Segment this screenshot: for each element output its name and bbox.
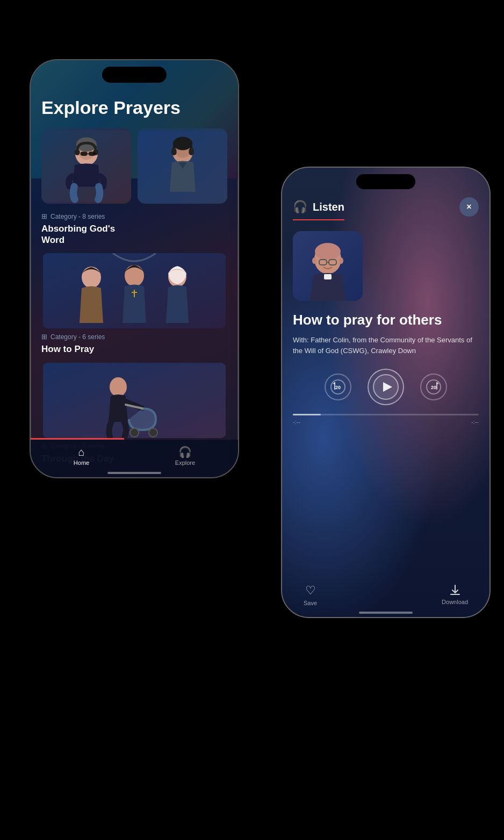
svg-point-31 xyxy=(312,257,316,264)
svg-rect-6 xyxy=(81,152,88,156)
svg-point-24 xyxy=(149,428,157,437)
play-icon xyxy=(372,374,399,400)
phone2-device: × 🎧 Listen xyxy=(281,167,491,618)
svg-point-32 xyxy=(339,257,343,264)
card1-title[interactable]: Absorbing God's Word xyxy=(41,224,227,246)
phone2-home-indicator xyxy=(359,612,413,614)
phone2-notch xyxy=(356,174,415,189)
card2-image-box[interactable] xyxy=(41,253,227,328)
listen-tab[interactable]: 🎧 Listen xyxy=(293,200,344,220)
svg-rect-33 xyxy=(324,274,332,279)
priest-image xyxy=(293,231,363,301)
time-start: -:-- xyxy=(293,419,300,425)
home-indicator xyxy=(107,472,161,474)
top-cards-row xyxy=(41,128,227,204)
svg-point-27 xyxy=(315,243,341,260)
svg-rect-14 xyxy=(189,148,194,155)
card1-image xyxy=(41,128,131,204)
nav-home[interactable]: ⌂ Home xyxy=(74,446,89,466)
progress-bar[interactable] xyxy=(293,414,479,415)
svg-point-17 xyxy=(125,265,144,286)
nav-home-label: Home xyxy=(74,460,89,466)
skip-back-button[interactable]: 20 xyxy=(325,374,351,400)
card2-section: ⊞ Category - 6 series How to Pray xyxy=(41,333,227,355)
svg-text:20: 20 xyxy=(431,385,436,390)
skip-forward-icon: 20 xyxy=(426,379,442,395)
svg-rect-13 xyxy=(171,148,177,155)
category-stack-icon2: ⊞ xyxy=(41,333,47,341)
nav-explore-label: Explore xyxy=(175,460,195,466)
play-button[interactable] xyxy=(368,369,404,405)
svg-point-23 xyxy=(130,428,139,437)
phone2-content: 🎧 Listen xyxy=(282,168,489,617)
listen-label: Listen xyxy=(313,201,344,213)
prayer-desc: With: Father Colin, from the Community o… xyxy=(293,335,479,356)
card1-category-row: ⊞ Category - 8 series xyxy=(41,212,227,220)
svg-text:20: 20 xyxy=(335,385,341,390)
card2-title[interactable]: How to Pray xyxy=(41,344,227,355)
priest-svg xyxy=(293,231,363,301)
page-title: Explore Prayers xyxy=(41,98,227,118)
svg-point-16 xyxy=(82,267,101,288)
time-end: -:-- xyxy=(471,419,479,425)
svg-rect-7 xyxy=(89,152,96,156)
time-row: -:-- -:-- xyxy=(293,419,479,425)
save-action[interactable]: ♡ Save xyxy=(304,584,317,606)
card2-image xyxy=(138,128,227,204)
card2-category-row: ⊞ Category - 6 series xyxy=(41,333,227,341)
card2-image-svg xyxy=(41,253,227,328)
progress-fill xyxy=(293,414,321,415)
skip-forward-button[interactable]: 20 xyxy=(420,374,447,400)
phone1-content: Explore Prayers xyxy=(31,60,238,477)
save-label: Save xyxy=(304,600,317,606)
card3-image-box[interactable] xyxy=(41,363,227,438)
card1-category: Category - 8 series xyxy=(51,213,105,220)
skip-back-icon: 20 xyxy=(330,379,346,395)
card3-image-svg xyxy=(41,363,227,438)
card2-category: Category - 6 series xyxy=(51,333,105,341)
download-icon xyxy=(449,584,462,597)
home-icon: ⌂ xyxy=(78,446,84,458)
download-action[interactable]: Download xyxy=(442,584,468,606)
category-stack-icon: ⊞ xyxy=(41,212,47,220)
headphones-nav-icon: 🎧 xyxy=(178,446,192,458)
headphones-icon: 🎧 xyxy=(293,200,307,214)
phone1-device: Explore Prayers xyxy=(30,59,239,478)
prayer-title: How to pray for others xyxy=(293,312,479,328)
card1-section: ⊞ Category - 8 series Absorbing God's Wo… xyxy=(41,212,227,246)
card-absorbing[interactable] xyxy=(41,128,131,204)
card-listening[interactable] xyxy=(138,128,227,204)
phone1-notch xyxy=(102,67,167,83)
scene: Explore Prayers xyxy=(0,0,504,840)
bottom-actions: ♡ Save Download xyxy=(282,584,489,606)
audio-controls: 20 20 xyxy=(293,369,479,405)
svg-rect-4 xyxy=(75,149,80,155)
svg-point-22 xyxy=(110,377,127,397)
download-label: Download xyxy=(442,599,468,605)
heart-icon: ♡ xyxy=(305,584,316,598)
nav-explore[interactable]: 🎧 Explore xyxy=(175,446,195,466)
